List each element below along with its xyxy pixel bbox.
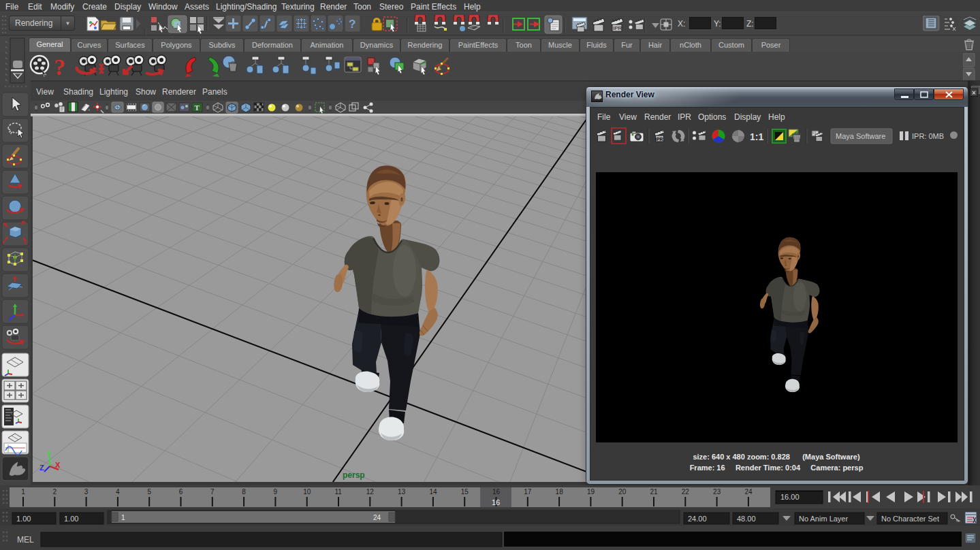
svg-text:1.00: 1.00 <box>64 515 78 523</box>
svg-text:19: 19 <box>587 488 595 496</box>
svg-text:?: ? <box>54 54 65 80</box>
svg-text:T: T <box>195 103 200 112</box>
svg-text:5: 5 <box>147 488 151 496</box>
svg-text:24: 24 <box>373 514 381 521</box>
svg-text:Z: Z <box>39 464 44 472</box>
svg-text:1: 1 <box>121 514 125 521</box>
svg-text:23: 23 <box>713 488 721 496</box>
svg-text:2: 2 <box>53 488 57 496</box>
svg-text:MEL: MEL <box>17 535 34 545</box>
svg-text:24: 24 <box>744 488 753 496</box>
svg-text:18: 18 <box>556 488 564 496</box>
svg-text:IPR: IPR <box>655 137 663 142</box>
svg-text:4: 4 <box>116 488 120 496</box>
svg-text:1:1: 1:1 <box>750 131 763 142</box>
svg-text:?: ? <box>349 18 355 31</box>
svg-text:8: 8 <box>242 488 246 496</box>
svg-text:persp: persp <box>343 470 365 480</box>
svg-text:13: 13 <box>398 488 406 496</box>
svg-text:14: 14 <box>429 488 437 496</box>
svg-text:1.00: 1.00 <box>16 515 31 523</box>
svg-text:10: 10 <box>303 488 311 496</box>
svg-text:No Anim Layer: No Anim Layer <box>799 515 848 523</box>
svg-text:6: 6 <box>179 488 183 496</box>
svg-text:No Character Set: No Character Set <box>881 515 939 523</box>
svg-text:16.00: 16.00 <box>780 493 800 501</box>
svg-text:7: 7 <box>210 488 215 496</box>
svg-text:20: 20 <box>618 488 627 496</box>
svg-text:9: 9 <box>274 488 278 496</box>
svg-text:22: 22 <box>682 488 690 496</box>
svg-text:16: 16 <box>492 498 500 506</box>
svg-text:48.00: 48.00 <box>737 515 756 523</box>
svg-text:21: 21 <box>650 488 659 496</box>
svg-text:3: 3 <box>84 488 89 496</box>
svg-text:IPR: IPR <box>613 25 622 31</box>
svg-text:Maya Software: Maya Software <box>836 132 885 140</box>
svg-text:17: 17 <box>524 488 532 496</box>
svg-text:X: X <box>55 461 61 469</box>
svg-text:Y: Y <box>46 450 52 458</box>
svg-text:16: 16 <box>492 488 501 496</box>
svg-text:12: 12 <box>366 488 375 496</box>
svg-text:24.00: 24.00 <box>688 515 707 523</box>
svg-text:15: 15 <box>461 488 469 496</box>
svg-text:1: 1 <box>21 488 25 496</box>
svg-text:11: 11 <box>335 488 343 496</box>
